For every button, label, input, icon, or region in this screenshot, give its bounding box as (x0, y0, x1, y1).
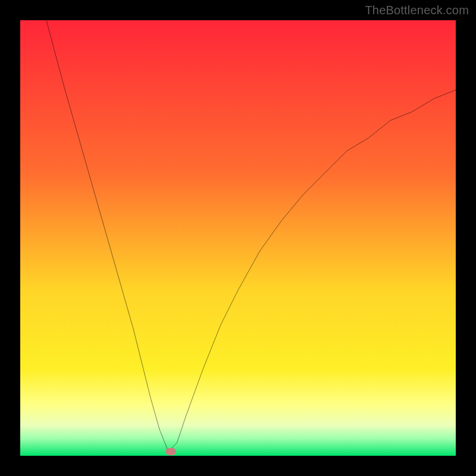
watermark-text: TheBottleneck.com (365, 4, 469, 17)
plot-area (20, 20, 456, 456)
bottleneck-curve (20, 20, 456, 456)
minimum-marker (165, 448, 176, 455)
chart-frame: TheBottleneck.com (0, 0, 476, 476)
